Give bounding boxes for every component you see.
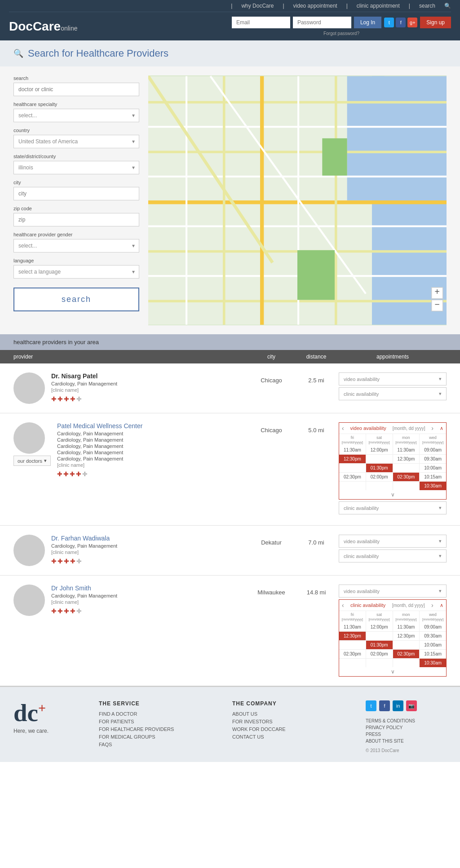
cslot-3-1[interactable]: 02:00pm [366, 650, 393, 658]
login-button[interactable]: Log In [354, 17, 381, 28]
slot-0-2[interactable]: 11:30am [393, 446, 420, 454]
slot-2-0[interactable] [339, 464, 366, 472]
collapse-icon[interactable]: ∧ [440, 602, 443, 608]
twitter-icon[interactable]: t [384, 18, 394, 27]
cslot-2-1[interactable]: 01:30pm [366, 641, 393, 649]
footer-about-site[interactable]: ABOUT THIS SITE [366, 739, 447, 744]
slot-3-2[interactable]: 02:30pm [393, 473, 420, 481]
slot-1-3[interactable]: 09:30am [420, 455, 446, 463]
specialty-select[interactable]: select... [13, 109, 139, 122]
cslot-0-0[interactable]: 11:30am [339, 623, 366, 631]
cslot-0-3[interactable]: 09:00am [420, 623, 446, 631]
provider-name[interactable]: Patel Medical Wellness Center [57, 422, 249, 430]
slot-1-1[interactable] [366, 455, 393, 463]
footer-twitter-icon[interactable]: t [366, 700, 376, 711]
cslot-1-3[interactable]: 09:30am [420, 632, 446, 640]
slot-4-1[interactable] [366, 482, 393, 490]
video-availability-dropdown[interactable]: video availability▾ [339, 585, 447, 598]
slot-0-1[interactable]: 12:00pm [366, 446, 393, 454]
cal-next-button[interactable]: › [431, 602, 433, 609]
video-availability-dropdown[interactable]: video availability▾ [339, 372, 447, 385]
facebook-icon[interactable]: f [396, 18, 406, 27]
search-input[interactable] [13, 83, 139, 96]
collapse-icon[interactable]: ∧ [440, 425, 443, 431]
slot-0-3[interactable]: 09:00am [420, 446, 446, 454]
slot-1-2[interactable]: 12:30pm [393, 455, 420, 463]
slot-2-2[interactable] [393, 464, 420, 472]
email-field[interactable] [232, 17, 290, 28]
forgot-password-link[interactable]: Forgot password? [323, 31, 359, 36]
footer-terms[interactable]: TERMS & CONDITIONS [366, 718, 447, 723]
slot-0-0[interactable]: 11:30am [339, 446, 366, 454]
logo[interactable]: DocCareonline [9, 19, 78, 34]
provider-name[interactable]: Dr John Smith [51, 585, 249, 592]
slot-4-0[interactable] [339, 482, 366, 490]
cslot-4-3[interactable]: 10:30am [420, 659, 446, 667]
nav-why[interactable]: why DocCare [241, 3, 274, 9]
cslot-2-3[interactable]: 10:00am [420, 641, 446, 649]
state-select[interactable]: illinois [13, 161, 139, 174]
video-availability-dropdown[interactable]: video availability▾ [339, 535, 447, 548]
slot-4-2[interactable] [393, 482, 420, 490]
footer-for-providers[interactable]: FOR HEALTHCARE PROVIDERS [99, 726, 219, 732]
footer-privacy[interactable]: PRIVACY POLICY [366, 725, 447, 730]
footer-find-doctor[interactable]: FIND A DOCTOR [99, 711, 219, 717]
clinic-availability-dropdown[interactable]: clinic availability▾ [339, 549, 447, 562]
country-select[interactable]: United States of America [13, 135, 139, 148]
language-select[interactable]: select a language [13, 265, 139, 279]
footer-investors[interactable]: FOR INVESTORS [232, 719, 352, 724]
slot-1-0[interactable]: 12:30pm [339, 455, 366, 463]
google-plus-icon[interactable]: g+ [407, 18, 417, 27]
cslot-0-2[interactable]: 11:30am [393, 623, 420, 631]
slot-2-1[interactable]: 01:30pm [366, 464, 393, 472]
provider-name[interactable]: Dr. Farhan Wadiwala [51, 535, 249, 542]
nav-search[interactable]: search [419, 3, 435, 9]
slot-3-3[interactable]: 10:15am [420, 473, 446, 481]
footer-press[interactable]: PRESS [366, 732, 447, 737]
footer-linkedin-icon[interactable]: in [393, 700, 403, 711]
cal-prev-button[interactable]: ‹ [342, 602, 344, 609]
cal-next-button[interactable]: › [431, 425, 433, 432]
cslot-3-3[interactable]: 10:15am [420, 650, 446, 658]
cslot-3-2[interactable]: 02:30pm [393, 650, 420, 658]
footer-about[interactable]: ABOUT US [232, 711, 352, 717]
footer-work[interactable]: WORK FOR DOCCARE [232, 726, 352, 732]
our-doctors-button[interactable]: our doctors ▾ [13, 456, 51, 466]
cslot-4-0[interactable] [339, 659, 366, 667]
cslot-3-0[interactable]: 02:30pm [339, 650, 366, 658]
footer-for-patients[interactable]: FOR PATIENTS [99, 719, 219, 724]
footer-instagram-icon[interactable]: 📷 [406, 700, 417, 711]
calendar-show-more[interactable]: ∨ [339, 490, 446, 499]
nav-clinic[interactable]: clinic appointment [357, 3, 400, 9]
footer-for-medical[interactable]: FOR MEDICAL GROUPS [99, 734, 219, 740]
signup-button[interactable]: Sign up [420, 17, 451, 28]
slot-3-1[interactable]: 02:00pm [366, 473, 393, 481]
cslot-4-1[interactable] [366, 659, 393, 667]
slot-4-3[interactable]: 10:30am [420, 482, 446, 490]
search-button[interactable]: search [13, 288, 139, 311]
search-icon[interactable]: 🔍 [444, 3, 451, 9]
nav-divider4: | [409, 3, 410, 9]
slot-2-3[interactable]: 10:00am [420, 464, 446, 472]
clinic-availability-dropdown[interactable]: clinic availability▾ [339, 501, 447, 514]
cslot-1-1[interactable] [366, 632, 393, 640]
cslot-2-2[interactable] [393, 641, 420, 649]
clinic-calendar-show-more[interactable]: ∨ [339, 667, 446, 676]
clinic-availability-dropdown[interactable]: clinic availability▾ [339, 387, 447, 400]
slot-3-0[interactable]: 02:30pm [339, 473, 366, 481]
zip-input[interactable] [13, 213, 139, 226]
footer-faqs[interactable]: FAQS [99, 742, 219, 747]
nav-video[interactable]: video appointment [293, 3, 337, 9]
cslot-1-0[interactable]: 12:30pm [339, 632, 366, 640]
gender-select[interactable]: select... [13, 239, 139, 252]
cslot-0-1[interactable]: 12:00pm [366, 623, 393, 631]
cslot-1-2[interactable]: 12:30pm [393, 632, 420, 640]
cslot-2-0[interactable] [339, 641, 366, 649]
footer-contact[interactable]: CONTACT US [232, 734, 352, 740]
city-input[interactable] [13, 187, 139, 200]
cslot-4-2[interactable] [393, 659, 420, 667]
cal-prev-button[interactable]: ‹ [342, 425, 344, 432]
col-header-distance: distance [294, 354, 339, 360]
password-field[interactable] [293, 17, 351, 28]
footer-facebook-icon[interactable]: f [379, 700, 390, 711]
